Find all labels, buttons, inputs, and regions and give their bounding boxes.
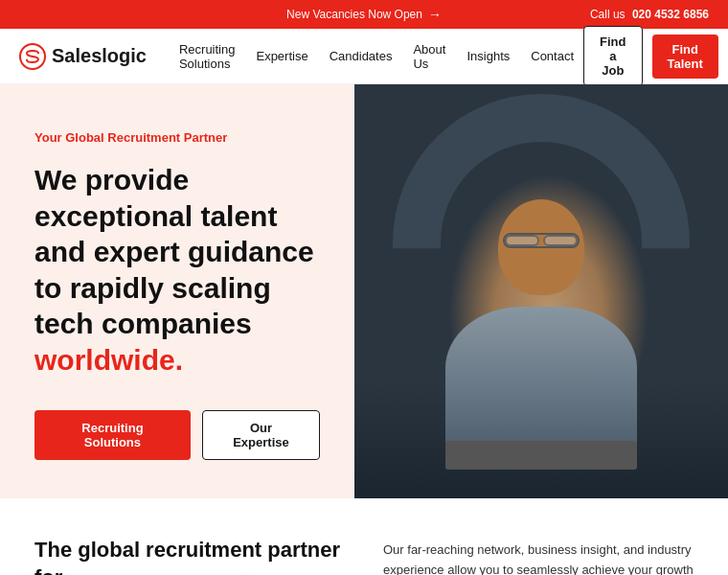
- hero-tagline: Your Global Recruitment Partner: [34, 130, 320, 145]
- hero-left: Your Global Recruitment Partner We provi…: [0, 84, 354, 498]
- logo-icon: [19, 43, 46, 70]
- banner-message: New Vacancies Now Open: [286, 8, 422, 21]
- hero-section: Your Global Recruitment Partner We provi…: [0, 84, 728, 498]
- hero-title: We provide exceptional talent and expert…: [34, 162, 320, 378]
- banner-arrow-icon: →: [428, 7, 442, 22]
- nav-links: Recruiting Solutions Expertise Candidate…: [170, 34, 583, 79]
- hero-right: [354, 84, 728, 498]
- nav-item-contact[interactable]: Contact: [521, 41, 583, 71]
- hero-torso: [445, 307, 637, 460]
- hero-title-text: We provide exceptional talent and expert…: [34, 164, 314, 339]
- nav-item-about[interactable]: About Us: [403, 34, 455, 79]
- nav-item-candidates[interactable]: Candidates: [320, 41, 402, 71]
- banner-center: New Vacancies Now Open →: [286, 7, 442, 22]
- nav-actions: Find a Job Find Talent: [583, 26, 718, 86]
- banner-right: Call us 020 4532 6856: [590, 8, 709, 21]
- bottom-body-text: Our far-reaching network, business insig…: [383, 540, 694, 575]
- logo[interactable]: Saleslogic: [19, 43, 147, 70]
- hero-buttons: Recruiting Solutions Our Expertise: [34, 410, 320, 460]
- hero-laptop: [445, 441, 637, 470]
- bottom-left-title: The global recruitment partner for fast-…: [34, 537, 345, 575]
- hero-cta-primary[interactable]: Recruiting Solutions: [34, 410, 191, 460]
- hero-title-highlight: worldwide.: [34, 344, 183, 376]
- find-talent-button[interactable]: Find Talent: [652, 34, 718, 79]
- page-wrapper: New Vacancies Now Open → Call us 020 453…: [0, 0, 728, 575]
- glasses-right: [543, 235, 578, 246]
- nav-item-insights[interactable]: Insights: [457, 41, 519, 71]
- bottom-title-line1: The global recruitment partner for: [34, 538, 340, 575]
- top-banner: New Vacancies Now Open → Call us 020 453…: [0, 0, 728, 29]
- nav-item-expertise[interactable]: Expertise: [246, 41, 317, 71]
- hero-glasses: [503, 233, 580, 248]
- glasses-left: [505, 235, 539, 246]
- call-us-label: Call us: [590, 8, 626, 21]
- phone-number: 020 4532 6856: [632, 8, 709, 21]
- bottom-left: The global recruitment partner for fast-…: [34, 537, 345, 575]
- bottom-right: Our far-reaching network, business insig…: [383, 537, 694, 575]
- logo-text: Saleslogic: [52, 45, 147, 67]
- bottom-section: The global recruitment partner for fast-…: [0, 498, 728, 575]
- navbar: Saleslogic Recruiting Solutions Expertis…: [0, 29, 728, 84]
- nav-item-recruiting[interactable]: Recruiting Solutions: [170, 34, 245, 79]
- find-job-button[interactable]: Find a Job: [583, 26, 642, 86]
- hero-cta-secondary[interactable]: Our Expertise: [202, 410, 320, 460]
- bottom-area: The global recruitment partner for fast-…: [0, 498, 728, 575]
